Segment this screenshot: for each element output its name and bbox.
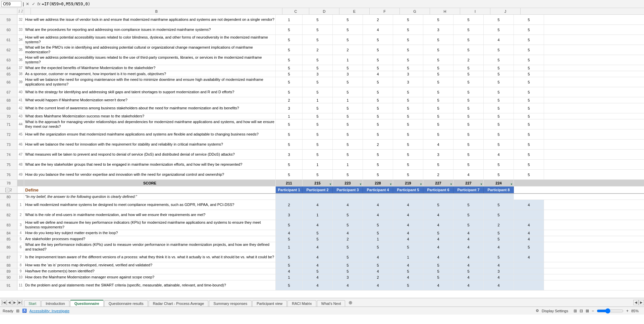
cell-a-66[interactable]: 39 — [17, 77, 24, 87]
cell-val-69-0[interactable]: 3 — [276, 103, 303, 113]
cell-val-82-4[interactable]: 4 — [393, 210, 423, 220]
cell-val-66-6[interactable]: 5 — [453, 77, 484, 87]
cell-val-81-2[interactable]: 4 — [333, 200, 363, 210]
cell-val-89-2[interactable]: 5 — [333, 268, 363, 274]
cell-val-59-4[interactable]: 5 — [393, 15, 423, 24]
cell-val-74-3[interactable]: 5 — [363, 150, 393, 159]
cell-val-74-0[interactable]: 3 — [276, 150, 303, 159]
cell-val-72-8[interactable]: 5 — [514, 129, 544, 139]
cell-val-85-2[interactable]: 2 — [333, 236, 363, 242]
cell-78-a[interactable] — [17, 180, 24, 186]
cell-empty-80-0[interactable] — [276, 194, 303, 200]
cell-val-81-3[interactable]: 4 — [363, 200, 393, 210]
cell-a-87[interactable]: 7 — [17, 252, 24, 262]
scroll-right-end[interactable]: ▶| — [17, 300, 23, 305]
cell-val-90-5[interactable]: 5 — [423, 274, 453, 280]
cell-val-75-1[interactable]: 1 — [303, 160, 333, 169]
cell-val-61-0[interactable]: 5 — [276, 35, 303, 45]
cell-val-69-2[interactable]: 5 — [333, 103, 363, 113]
cell-val-87-0[interactable]: 5 — [276, 252, 303, 262]
cell-val-67-3[interactable]: 5 — [363, 87, 393, 97]
cell-val-65-5[interactable]: 5 — [423, 71, 453, 77]
cell-val-85-0[interactable]: 5 — [276, 236, 303, 242]
zoom-level[interactable]: 85% — [631, 309, 641, 313]
cell-val-90-1[interactable]: 4 — [303, 274, 333, 280]
cell-empty-80-7[interactable] — [484, 194, 514, 200]
cell-val-86-4[interactable]: 5 — [393, 242, 423, 252]
cell-val-65-8[interactable]: 5 — [514, 71, 544, 77]
cell-empty-80-3[interactable] — [363, 194, 393, 200]
cell-val-88-5[interactable]: 5 — [423, 262, 453, 268]
add-sheet-button[interactable]: ⊕ — [346, 299, 355, 306]
cell-val-61-2[interactable]: 5 — [333, 35, 363, 45]
cell-val-86-3[interactable]: 5 — [363, 242, 393, 252]
cell-val-85-1[interactable]: 5 — [303, 236, 333, 242]
cell-val-60-0[interactable]: 5 — [276, 25, 303, 35]
col-header-f[interactable]: F — [370, 8, 400, 14]
cell-val-74-5[interactable]: 3 — [423, 150, 453, 159]
cell-78-j[interactable]: 224 ▼ — [484, 180, 514, 186]
cell-val-59-1[interactable]: 5 — [303, 15, 333, 24]
zoom-out-icon[interactable]: − — [592, 309, 594, 313]
accessibility-label[interactable]: Accessibility: Investigate — [30, 309, 69, 313]
cell-val-72-4[interactable]: 5 — [393, 129, 423, 139]
cell-val-84-4[interactable]: 4 — [393, 230, 423, 236]
tab-scroll-right[interactable]: ▶ — [639, 300, 644, 305]
cell-val-86-8[interactable]: 5 — [514, 242, 544, 252]
cell-b-75[interactable]: What are the key stakeholder groups that… — [24, 160, 276, 169]
page-break-icon[interactable]: ⊠ — [586, 309, 589, 313]
cell-val-66-7[interactable]: 5 — [484, 77, 514, 87]
cell-val-71-2[interactable]: 5 — [333, 119, 363, 129]
cell-val-88-7[interactable]: 4 — [484, 262, 514, 268]
cell-b-88[interactable]: How was the 'as is' process map develope… — [24, 262, 276, 268]
scroll-left[interactable]: ◀ — [7, 300, 12, 305]
cell-val-86-5[interactable]: 4 — [423, 242, 453, 252]
cell-val-67-0[interactable]: 5 — [276, 87, 303, 97]
cell-val-91-3[interactable]: 4 — [363, 280, 393, 290]
cell-val-64-6[interactable]: 5 — [453, 65, 484, 71]
cell-val-85-4[interactable]: 4 — [393, 236, 423, 242]
cell-val-64-0[interactable]: 5 — [276, 65, 303, 71]
cell-val-88-1[interactable]: 4 — [303, 262, 333, 268]
cell-b-64[interactable]: What are the expected benefits of Mainfr… — [24, 65, 276, 71]
cell-val-73-7[interactable]: 5 — [484, 140, 514, 149]
cell-val-63-3[interactable]: 5 — [363, 55, 393, 65]
cell-b-83[interactable]: How will we define and measure the key p… — [24, 220, 276, 230]
cell-val-69-3[interactable]: 5 — [363, 103, 393, 113]
page-layout-icon[interactable]: ⊟ — [580, 309, 583, 313]
cell-val-88-0[interactable]: 5 — [276, 262, 303, 268]
tab-questionnaire[interactable]: Questionnaire — [70, 300, 104, 307]
cell-val-68-2[interactable]: 1 — [333, 97, 363, 103]
zoom-slider[interactable] — [597, 308, 624, 314]
cell-a-75[interactable]: 48 — [17, 160, 24, 169]
cell-val-70-7[interactable]: 5 — [484, 113, 514, 119]
cell-a-89[interactable]: 9 — [17, 268, 24, 274]
cell-val-91-4[interactable]: 5 — [393, 280, 423, 290]
cell-a-90[interactable]: 10 — [17, 274, 24, 280]
cell-val-67-1[interactable]: 5 — [303, 87, 333, 97]
cell-val-83-7[interactable]: 2 — [484, 220, 514, 230]
cell-val-76-7[interactable]: 5 — [484, 170, 514, 179]
col-header-i[interactable]: I — [460, 8, 490, 14]
cell-empty-80-2[interactable] — [333, 194, 363, 200]
zoom-in-icon[interactable]: + — [626, 309, 629, 313]
cell-val-59-5[interactable]: 5 — [423, 15, 453, 24]
cell-val-65-7[interactable]: 5 — [484, 71, 514, 77]
tab-what's-next[interactable]: What's Next — [317, 300, 345, 307]
cell-val-68-0[interactable]: 2 — [276, 97, 303, 103]
cell-val-87-7[interactable]: 5 — [484, 252, 514, 262]
cell-val-61-8[interactable]: 5 — [514, 35, 544, 45]
cell-val-85-8[interactable]: 4 — [514, 236, 544, 242]
cell-val-59-8[interactable]: 5 — [514, 15, 544, 24]
cell-val-86-1[interactable]: 4 — [303, 242, 333, 252]
tab-scroll-left[interactable]: ◀ — [633, 300, 639, 305]
cell-b-84[interactable]: How do you keep key subject matter exper… — [24, 230, 276, 236]
cell-a-88[interactable]: 8 — [17, 262, 24, 268]
cell-val-74-7[interactable]: 4 — [484, 150, 514, 159]
cell-val-67-5[interactable]: 5 — [423, 87, 453, 97]
cell-val-76-0[interactable]: 5 — [276, 170, 303, 179]
cell-val-61-5[interactable]: 5 — [423, 35, 453, 45]
cell-val-71-4[interactable]: 5 — [393, 119, 423, 129]
cell-val-81-8[interactable]: 4 — [514, 200, 544, 210]
cell-val-68-5[interactable]: 5 — [423, 97, 453, 103]
